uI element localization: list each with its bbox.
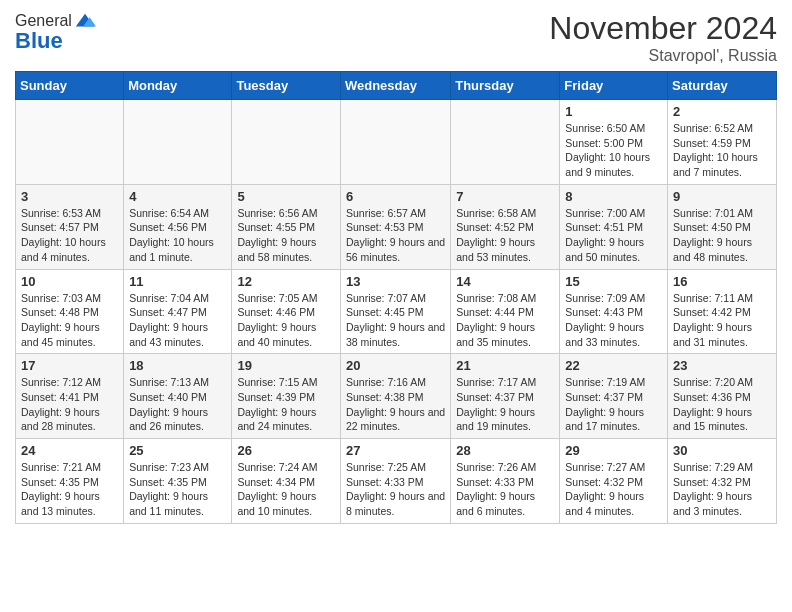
table-row: 30Sunrise: 7:29 AM Sunset: 4:32 PM Dayli… [668, 439, 777, 524]
table-row: 16Sunrise: 7:11 AM Sunset: 4:42 PM Dayli… [668, 269, 777, 354]
day-info: Sunrise: 7:05 AM Sunset: 4:46 PM Dayligh… [237, 291, 335, 350]
day-info: Sunrise: 7:04 AM Sunset: 4:47 PM Dayligh… [129, 291, 226, 350]
day-info: Sunrise: 6:58 AM Sunset: 4:52 PM Dayligh… [456, 206, 554, 265]
day-info: Sunrise: 7:19 AM Sunset: 4:37 PM Dayligh… [565, 375, 662, 434]
table-row: 1Sunrise: 6:50 AM Sunset: 5:00 PM Daylig… [560, 100, 668, 185]
table-row: 18Sunrise: 7:13 AM Sunset: 4:40 PM Dayli… [124, 354, 232, 439]
day-number: 17 [21, 358, 118, 373]
calendar-week-row: 1Sunrise: 6:50 AM Sunset: 5:00 PM Daylig… [16, 100, 777, 185]
day-number: 22 [565, 358, 662, 373]
table-row: 22Sunrise: 7:19 AM Sunset: 4:37 PM Dayli… [560, 354, 668, 439]
table-row [232, 100, 341, 185]
day-number: 11 [129, 274, 226, 289]
day-info: Sunrise: 7:16 AM Sunset: 4:38 PM Dayligh… [346, 375, 445, 434]
table-row [124, 100, 232, 185]
table-row: 9Sunrise: 7:01 AM Sunset: 4:50 PM Daylig… [668, 184, 777, 269]
table-row [16, 100, 124, 185]
day-number: 10 [21, 274, 118, 289]
table-row: 12Sunrise: 7:05 AM Sunset: 4:46 PM Dayli… [232, 269, 341, 354]
page-container: General Blue November 2024 Stavropol', R… [0, 0, 792, 539]
table-row: 13Sunrise: 7:07 AM Sunset: 4:45 PM Dayli… [340, 269, 450, 354]
day-number: 15 [565, 274, 662, 289]
day-number: 4 [129, 189, 226, 204]
day-info: Sunrise: 7:17 AM Sunset: 4:37 PM Dayligh… [456, 375, 554, 434]
table-row: 3Sunrise: 6:53 AM Sunset: 4:57 PM Daylig… [16, 184, 124, 269]
day-info: Sunrise: 7:09 AM Sunset: 4:43 PM Dayligh… [565, 291, 662, 350]
day-number: 28 [456, 443, 554, 458]
day-number: 9 [673, 189, 771, 204]
table-row [340, 100, 450, 185]
calendar-week-row: 24Sunrise: 7:21 AM Sunset: 4:35 PM Dayli… [16, 439, 777, 524]
logo-icon [74, 10, 96, 32]
day-number: 7 [456, 189, 554, 204]
col-saturday: Saturday [668, 72, 777, 100]
day-number: 27 [346, 443, 445, 458]
day-number: 26 [237, 443, 335, 458]
table-row: 2Sunrise: 6:52 AM Sunset: 4:59 PM Daylig… [668, 100, 777, 185]
day-number: 20 [346, 358, 445, 373]
day-info: Sunrise: 6:53 AM Sunset: 4:57 PM Dayligh… [21, 206, 118, 265]
day-number: 16 [673, 274, 771, 289]
day-info: Sunrise: 7:03 AM Sunset: 4:48 PM Dayligh… [21, 291, 118, 350]
calendar-week-row: 17Sunrise: 7:12 AM Sunset: 4:41 PM Dayli… [16, 354, 777, 439]
day-info: Sunrise: 6:54 AM Sunset: 4:56 PM Dayligh… [129, 206, 226, 265]
header: General Blue November 2024 Stavropol', R… [15, 10, 777, 65]
day-number: 12 [237, 274, 335, 289]
calendar-table: Sunday Monday Tuesday Wednesday Thursday… [15, 71, 777, 524]
day-number: 13 [346, 274, 445, 289]
day-info: Sunrise: 7:20 AM Sunset: 4:36 PM Dayligh… [673, 375, 771, 434]
day-info: Sunrise: 7:24 AM Sunset: 4:34 PM Dayligh… [237, 460, 335, 519]
day-info: Sunrise: 7:21 AM Sunset: 4:35 PM Dayligh… [21, 460, 118, 519]
day-number: 29 [565, 443, 662, 458]
title-block: November 2024 Stavropol', Russia [549, 10, 777, 65]
col-monday: Monday [124, 72, 232, 100]
day-info: Sunrise: 7:26 AM Sunset: 4:33 PM Dayligh… [456, 460, 554, 519]
day-number: 5 [237, 189, 335, 204]
day-number: 23 [673, 358, 771, 373]
table-row: 19Sunrise: 7:15 AM Sunset: 4:39 PM Dayli… [232, 354, 341, 439]
day-info: Sunrise: 6:52 AM Sunset: 4:59 PM Dayligh… [673, 121, 771, 180]
day-number: 24 [21, 443, 118, 458]
col-thursday: Thursday [451, 72, 560, 100]
day-number: 2 [673, 104, 771, 119]
day-info: Sunrise: 6:57 AM Sunset: 4:53 PM Dayligh… [346, 206, 445, 265]
table-row [451, 100, 560, 185]
day-info: Sunrise: 7:25 AM Sunset: 4:33 PM Dayligh… [346, 460, 445, 519]
table-row: 4Sunrise: 6:54 AM Sunset: 4:56 PM Daylig… [124, 184, 232, 269]
calendar-header-row: Sunday Monday Tuesday Wednesday Thursday… [16, 72, 777, 100]
day-number: 21 [456, 358, 554, 373]
table-row: 17Sunrise: 7:12 AM Sunset: 4:41 PM Dayli… [16, 354, 124, 439]
table-row: 21Sunrise: 7:17 AM Sunset: 4:37 PM Dayli… [451, 354, 560, 439]
col-sunday: Sunday [16, 72, 124, 100]
day-info: Sunrise: 7:29 AM Sunset: 4:32 PM Dayligh… [673, 460, 771, 519]
col-friday: Friday [560, 72, 668, 100]
day-number: 8 [565, 189, 662, 204]
day-info: Sunrise: 7:08 AM Sunset: 4:44 PM Dayligh… [456, 291, 554, 350]
table-row: 24Sunrise: 7:21 AM Sunset: 4:35 PM Dayli… [16, 439, 124, 524]
day-info: Sunrise: 7:23 AM Sunset: 4:35 PM Dayligh… [129, 460, 226, 519]
day-number: 25 [129, 443, 226, 458]
table-row: 28Sunrise: 7:26 AM Sunset: 4:33 PM Dayli… [451, 439, 560, 524]
col-wednesday: Wednesday [340, 72, 450, 100]
day-info: Sunrise: 7:11 AM Sunset: 4:42 PM Dayligh… [673, 291, 771, 350]
table-row: 8Sunrise: 7:00 AM Sunset: 4:51 PM Daylig… [560, 184, 668, 269]
day-info: Sunrise: 7:01 AM Sunset: 4:50 PM Dayligh… [673, 206, 771, 265]
day-info: Sunrise: 6:56 AM Sunset: 4:55 PM Dayligh… [237, 206, 335, 265]
location: Stavropol', Russia [549, 47, 777, 65]
day-info: Sunrise: 7:00 AM Sunset: 4:51 PM Dayligh… [565, 206, 662, 265]
day-number: 6 [346, 189, 445, 204]
table-row: 14Sunrise: 7:08 AM Sunset: 4:44 PM Dayli… [451, 269, 560, 354]
table-row: 25Sunrise: 7:23 AM Sunset: 4:35 PM Dayli… [124, 439, 232, 524]
day-number: 19 [237, 358, 335, 373]
day-info: Sunrise: 7:12 AM Sunset: 4:41 PM Dayligh… [21, 375, 118, 434]
day-number: 30 [673, 443, 771, 458]
calendar-week-row: 10Sunrise: 7:03 AM Sunset: 4:48 PM Dayli… [16, 269, 777, 354]
table-row: 11Sunrise: 7:04 AM Sunset: 4:47 PM Dayli… [124, 269, 232, 354]
month-title: November 2024 [549, 10, 777, 47]
table-row: 20Sunrise: 7:16 AM Sunset: 4:38 PM Dayli… [340, 354, 450, 439]
day-info: Sunrise: 7:07 AM Sunset: 4:45 PM Dayligh… [346, 291, 445, 350]
col-tuesday: Tuesday [232, 72, 341, 100]
day-number: 3 [21, 189, 118, 204]
logo: General Blue [15, 10, 96, 54]
day-number: 1 [565, 104, 662, 119]
